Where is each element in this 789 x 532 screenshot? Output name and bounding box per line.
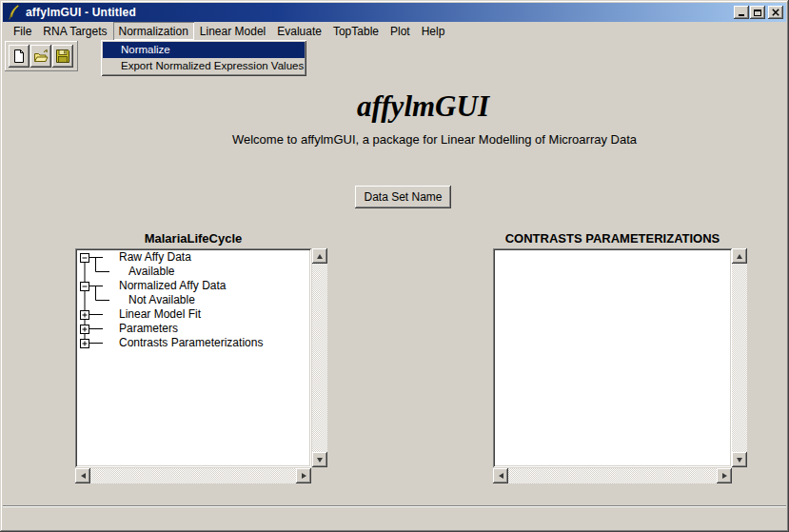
data-set-name-button[interactable]: Data Set Name xyxy=(355,186,451,208)
scroll-down-button[interactable] xyxy=(732,452,747,467)
scroll-left-button[interactable] xyxy=(75,468,90,483)
arrow-left-icon xyxy=(499,473,503,479)
tree-toggle-normalized-minus[interactable] xyxy=(81,283,89,291)
scroll-right-button[interactable] xyxy=(296,468,311,483)
app-window: affylmGUI - Untitled File RNA Targets No… xyxy=(0,0,789,532)
tree-item-not-available[interactable]: Not Available xyxy=(128,293,195,307)
tree-horizontal-scrollbar[interactable] xyxy=(75,468,311,483)
save-file-button[interactable] xyxy=(52,45,73,68)
menu-item-normalize[interactable]: Normalize xyxy=(103,42,305,58)
contrasts-vertical-scrollbar[interactable] xyxy=(732,248,747,467)
toolbar xyxy=(5,41,78,71)
tree-item-available[interactable]: Available xyxy=(128,265,174,279)
arrow-left-icon xyxy=(81,473,86,479)
arrow-right-icon xyxy=(722,473,727,479)
menu-linear-model[interactable]: Linear Model xyxy=(194,22,271,40)
arrow-down-icon xyxy=(737,458,742,463)
menu-plot[interactable]: Plot xyxy=(385,22,416,40)
normalization-dropdown-menu: Normalize Export Normalized Expression V… xyxy=(101,40,306,76)
open-file-icon xyxy=(33,49,49,64)
minimize-button[interactable] xyxy=(734,6,749,19)
app-feather-icon xyxy=(8,5,20,20)
scroll-left-button[interactable] xyxy=(493,468,508,483)
tree-item-contrasts-parameterizations[interactable]: Contrasts Parameterizations xyxy=(119,336,263,350)
tree-item-normalized-affy-data[interactable]: Normalized Affy Data xyxy=(119,279,227,293)
new-file-icon xyxy=(11,49,27,64)
menu-rna-targets[interactable]: RNA Targets xyxy=(37,22,112,40)
tree-toggle-linear-model-plus[interactable] xyxy=(81,311,89,320)
tree-listbox[interactable]: Raw Affy Data Available Normalized Affy … xyxy=(75,248,311,467)
welcome-text: Welcome to affylmGUI, a package for Line… xyxy=(40,132,789,147)
titlebar[interactable]: affylmGUI - Untitled xyxy=(3,3,786,22)
app-title: affylmGUI xyxy=(29,89,789,124)
right-panel-header: CONTRASTS PARAMETERIZATIONS xyxy=(493,231,732,246)
scroll-right-button[interactable] xyxy=(717,468,732,483)
tree-vertical-scrollbar[interactable] xyxy=(312,248,327,467)
new-file-button[interactable] xyxy=(9,45,30,68)
minimize-icon xyxy=(739,14,744,16)
contrasts-listbox[interactable] xyxy=(493,248,732,467)
menubar: File RNA Targets Normalization Linear Mo… xyxy=(3,22,786,40)
arrow-up-icon xyxy=(737,254,742,259)
scroll-up-button[interactable] xyxy=(312,248,327,264)
tree-item-parameters[interactable]: Parameters xyxy=(119,322,178,336)
arrow-down-icon xyxy=(317,458,323,463)
arrow-right-icon xyxy=(302,473,306,479)
save-file-icon xyxy=(55,49,70,64)
maximize-icon xyxy=(754,10,761,16)
open-file-button[interactable] xyxy=(30,45,51,68)
scroll-down-button[interactable] xyxy=(312,452,327,467)
menu-help[interactable]: Help xyxy=(416,22,451,40)
tree-item-linear-model-fit[interactable]: Linear Model Fit xyxy=(119,307,201,322)
menu-item-export-normalized[interactable]: Export Normalized Expression Values xyxy=(103,58,305,74)
window-title: affylmGUI - Untitled xyxy=(26,6,136,19)
menu-file[interactable]: File xyxy=(8,22,37,40)
left-panel-header: MalariaLifeCycle xyxy=(75,231,311,246)
caption-buttons xyxy=(734,6,783,19)
close-icon xyxy=(772,9,779,16)
arrow-up-icon xyxy=(317,254,323,259)
tree-toggle-contrasts-plus[interactable] xyxy=(81,340,89,348)
contrasts-horizontal-scrollbar[interactable] xyxy=(493,468,732,483)
tree-toggle-raw-affy-minus[interactable] xyxy=(81,254,89,263)
close-button[interactable] xyxy=(768,6,783,19)
tree-item-raw-affy-data[interactable]: Raw Affy Data xyxy=(119,250,191,265)
tree-toggle-parameters-plus[interactable] xyxy=(81,325,89,334)
bottom-divider xyxy=(3,505,786,507)
menu-toptable[interactable]: TopTable xyxy=(327,22,385,40)
menu-normalization[interactable]: Normalization xyxy=(113,22,194,40)
menu-evaluate[interactable]: Evaluate xyxy=(271,22,327,40)
scroll-up-button[interactable] xyxy=(732,248,747,264)
maximize-button[interactable] xyxy=(750,6,765,19)
